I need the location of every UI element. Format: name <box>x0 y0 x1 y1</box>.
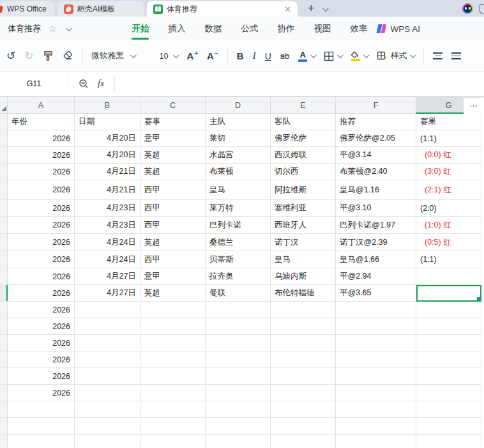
column-header-B[interactable]: B <box>75 97 140 113</box>
cell-G12[interactable] <box>416 302 481 318</box>
cell-D3[interactable]: 水晶宫 <box>206 147 271 164</box>
cell-A9[interactable]: 2026 <box>8 251 75 268</box>
menu-item-效率[interactable]: 效率 <box>350 17 367 41</box>
cell-G7[interactable]: (1:0) 红 <box>416 217 481 234</box>
cell-B16[interactable] <box>75 368 140 385</box>
cell-D19[interactable] <box>206 418 271 435</box>
cell-A18[interactable] <box>8 401 75 418</box>
cell-B10[interactable]: 4月27日 <box>75 268 140 285</box>
cell-C13[interactable] <box>140 318 206 335</box>
tab-sports-recommend[interactable]: 体育推荐 ✕ <box>147 1 298 17</box>
cell-D10[interactable]: 拉齐奥 <box>206 268 271 285</box>
cell-F13[interactable] <box>336 318 416 335</box>
cell-E17[interactable] <box>271 385 336 401</box>
cell-B8[interactable]: 4月24日 <box>75 234 140 251</box>
format-painter-icon[interactable] <box>43 50 54 61</box>
cell-B3[interactable]: 4月20日 <box>75 147 140 164</box>
italic-button[interactable]: I <box>253 50 256 61</box>
insert-function-icon[interactable]: fx <box>98 79 104 89</box>
increase-font-button[interactable]: A+ <box>186 50 198 61</box>
cell-G2[interactable]: (1:1) <box>416 130 481 147</box>
cell-C8[interactable]: 英超 <box>140 234 206 251</box>
row-header-7[interactable] <box>0 217 8 234</box>
cell-F2[interactable]: 佛罗伦萨@2.05 <box>336 130 416 147</box>
cell-B11[interactable]: 4月27日 <box>75 285 140 302</box>
underline-button[interactable]: U <box>265 51 271 61</box>
cell-E10[interactable]: 乌迪内斯 <box>271 268 336 285</box>
cell-G18[interactable] <box>416 401 481 418</box>
strikethrough-button[interactable]: ab <box>280 51 289 61</box>
row-header-19[interactable] <box>0 418 8 435</box>
cell-A16[interactable]: 2026 <box>8 368 75 385</box>
cell-G20[interactable] <box>416 435 481 448</box>
cell-A19[interactable] <box>8 418 75 435</box>
cell-B19[interactable] <box>75 418 140 435</box>
cell-C11[interactable]: 英超 <box>140 285 206 302</box>
cell-B18[interactable] <box>75 401 140 418</box>
cell-B4[interactable]: 4月21日 <box>75 164 140 180</box>
cell-A2[interactable]: 2026 <box>8 130 75 147</box>
new-tab-button[interactable]: + <box>308 2 315 15</box>
cell-D17[interactable] <box>206 385 271 401</box>
cell-A13[interactable]: 2026 <box>8 318 75 335</box>
cell-G5[interactable]: (2:1) 红 <box>416 180 481 200</box>
cell-F18[interactable] <box>336 401 416 418</box>
cell-A10[interactable]: 2026 <box>8 268 75 285</box>
menu-item-wps-ai[interactable]: WPS AI <box>376 24 420 34</box>
cell-D16[interactable] <box>206 368 271 385</box>
cell-A11[interactable]: 2026 <box>8 285 75 302</box>
cell-F1[interactable]: 推荐 <box>336 114 416 130</box>
column-header-C[interactable]: C <box>140 97 206 113</box>
cell-G9[interactable]: (1:1) <box>416 251 481 268</box>
fill-color-button[interactable] <box>351 51 368 61</box>
cell-E2[interactable]: 佛罗伦萨 <box>271 130 336 147</box>
cell-C2[interactable]: 意甲 <box>140 130 206 147</box>
cell-C6[interactable]: 西甲 <box>140 200 206 217</box>
cell-E3[interactable]: 西汉姆联 <box>271 147 336 164</box>
cell-D1[interactable]: 主队 <box>206 114 271 130</box>
menu-item-开始[interactable]: 开始 <box>132 17 149 41</box>
cell-E8[interactable]: 诺丁汉 <box>271 234 336 251</box>
row-header-4[interactable] <box>0 164 8 180</box>
cell-C4[interactable]: 英超 <box>140 164 206 180</box>
cell-G13[interactable] <box>416 318 481 335</box>
column-header-D[interactable]: D <box>206 97 271 113</box>
cell-F5[interactable]: 皇马@1.16 <box>336 180 416 200</box>
cell-E19[interactable] <box>271 418 336 435</box>
cell-G19[interactable] <box>416 418 481 435</box>
eraser-icon[interactable] <box>63 50 73 61</box>
cell-F9[interactable]: 皇马@1.66 <box>336 251 416 268</box>
cell-A8[interactable]: 2026 <box>8 234 75 251</box>
cell-F7[interactable]: 巴列卡诺@1.97 <box>336 217 416 234</box>
cell-G11[interactable] <box>416 285 481 302</box>
cell-C19[interactable] <box>140 418 206 435</box>
cell-G15[interactable] <box>416 351 481 368</box>
cell-C20[interactable] <box>140 435 206 448</box>
cell-E20[interactable] <box>271 435 336 448</box>
cell-B13[interactable] <box>75 318 140 335</box>
menu-item-视图[interactable]: 视图 <box>314 17 331 41</box>
cell-F11[interactable]: 平@3.65 <box>336 285 416 302</box>
cell-A7[interactable]: 2026 <box>8 217 75 234</box>
cell-E1[interactable]: 客队 <box>271 114 336 130</box>
row-header-15[interactable] <box>0 351 8 368</box>
cell-E4[interactable]: 切尔西 <box>271 164 336 180</box>
cell-B5[interactable]: 4月21日 <box>75 180 140 200</box>
cell-C1[interactable]: 赛事 <box>140 114 206 130</box>
cell-C10[interactable]: 意甲 <box>140 268 206 285</box>
menu-item-插入[interactable]: 插入 <box>168 17 185 41</box>
cell-C5[interactable]: 西甲 <box>140 180 206 200</box>
cell-G14[interactable] <box>416 335 481 351</box>
cell-F15[interactable] <box>336 351 416 368</box>
cell-D11[interactable]: 曼联 <box>206 285 271 302</box>
cell-C18[interactable] <box>140 401 206 418</box>
title-dropdown-chevron-icon[interactable] <box>66 25 72 31</box>
cell-E9[interactable]: 皇马 <box>271 251 336 268</box>
cell-B14[interactable] <box>75 335 140 351</box>
row-header-17[interactable] <box>0 385 8 401</box>
cell-E16[interactable] <box>271 368 336 385</box>
cell-F19[interactable] <box>336 418 416 435</box>
font-color-button[interactable]: A <box>298 50 315 62</box>
cell-B9[interactable]: 4月24日 <box>75 251 140 268</box>
row-header-3[interactable] <box>0 147 8 164</box>
